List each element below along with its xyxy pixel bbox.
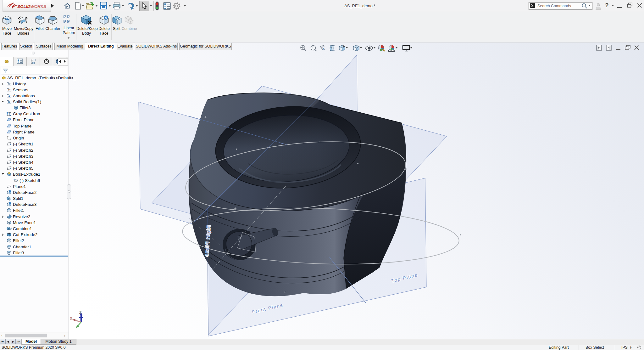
svg-text:X: X <box>70 316 72 321</box>
svg-text:SOLIDWORKS: SOLIDWORKS <box>17 4 46 9</box>
svg-text:Z: Z <box>79 310 81 315</box>
svg-text:A: A <box>8 95 10 98</box>
